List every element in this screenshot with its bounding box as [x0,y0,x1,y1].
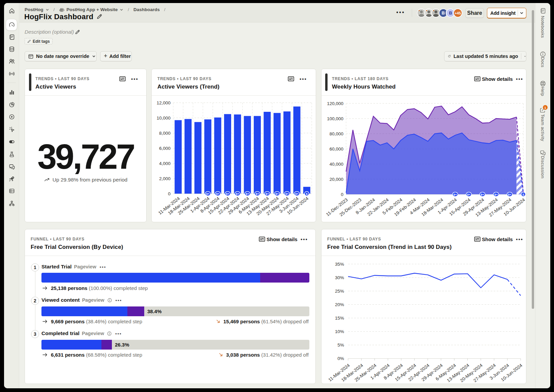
svg-text:2,000: 2,000 [159,176,171,181]
svg-text:9+: 9+ [255,192,259,196]
svg-text:35%: 35% [335,262,344,267]
svg-text:40,000: 40,000 [330,162,343,167]
svg-text:30%: 30% [335,275,344,280]
svg-text:5%: 5% [337,342,344,348]
svg-text:9+: 9+ [481,193,484,196]
svg-text:0: 0 [168,191,171,196]
svg-text:9+: 9+ [494,193,498,196]
svg-text:12,000: 12,000 [157,100,171,105]
svg-text:10,000: 10,000 [157,116,171,121]
svg-text:15%: 15% [335,316,344,321]
svg-text:20%: 20% [335,302,344,307]
svg-text:6: 6 [306,192,308,196]
svg-text:80,000: 80,000 [330,131,343,136]
svg-text:0%: 0% [337,356,344,361]
svg-text:20,000: 20,000 [330,177,343,182]
svg-text:100,000: 100,000 [327,116,343,121]
svg-text:60,000: 60,000 [330,146,343,152]
svg-text:9+: 9+ [467,193,470,196]
svg-text:9+: 9+ [275,192,279,196]
svg-text:6,000: 6,000 [159,146,171,151]
svg-text:5: 5 [522,193,524,196]
svg-text:9+: 9+ [285,192,288,196]
svg-text:4,000: 4,000 [159,161,171,166]
svg-text:8,000: 8,000 [159,131,171,136]
svg-text:9+: 9+ [216,192,219,196]
svg-text:9+: 9+ [454,193,457,196]
svg-text:9+: 9+ [206,192,210,196]
svg-text:9+: 9+ [508,193,511,196]
svg-text:9+: 9+ [226,192,229,196]
svg-text:25%: 25% [335,289,344,294]
svg-text:10%: 10% [335,329,344,334]
svg-text:9+: 9+ [295,192,299,196]
svg-text:9+: 9+ [266,192,269,196]
svg-text:0: 0 [341,192,343,197]
svg-text:120,000: 120,000 [327,101,343,106]
svg-text:9+: 9+ [236,192,239,196]
svg-text:9+: 9+ [246,192,249,196]
